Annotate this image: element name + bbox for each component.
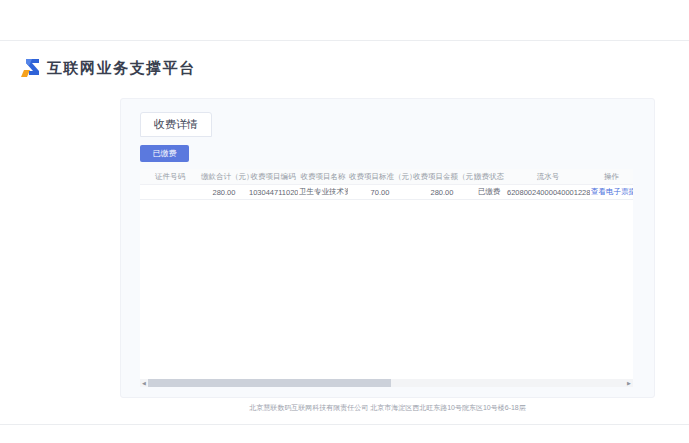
cell-cert-number xyxy=(140,185,200,200)
fee-table: 证件号码 缴款合计（元） 收费项目编码 收费项目名称 收费项目标准（元） 收费项… xyxy=(140,169,633,381)
scroll-right-arrow-icon[interactable]: ▶ xyxy=(625,379,633,387)
view-e-receipt-link[interactable]: 查看电子票据 xyxy=(591,187,633,196)
table-header-row: 证件号码 缴款合计（元） 收费项目编码 收费项目名称 收费项目标准（元） 收费项… xyxy=(140,169,633,185)
col-header-operation: 操作 xyxy=(590,169,633,185)
platform-logo-icon xyxy=(20,58,40,78)
horizontal-scrollbar[interactable]: ◀ ▶ xyxy=(140,379,633,387)
cell-fee-item-name: 卫生专业技术资... xyxy=(298,185,348,200)
cell-fee-item-code: 1030447110201 xyxy=(248,185,298,200)
tab-fee-details[interactable]: 收费详情 xyxy=(140,112,212,137)
cell-payment-status: 已缴费 xyxy=(472,185,506,200)
scroll-left-arrow-icon[interactable]: ◀ xyxy=(140,379,148,387)
col-header-fee-item-standard: 收费项目标准（元） xyxy=(348,169,412,185)
col-header-fee-item-amount: 收费项目金额（元） xyxy=(412,169,472,185)
top-divider xyxy=(0,40,689,41)
brand-bar: 互联网业务支撑平台 xyxy=(20,56,196,80)
bottom-divider xyxy=(0,424,689,425)
col-header-cert-number: 证件号码 xyxy=(140,169,200,185)
table-row: 280.00 1030447110201 卫生专业技术资... 70.00 28… xyxy=(140,185,633,200)
footer-company-address: 北京慧联数码互联网科技有限责任公司 北京市海淀区西北旺东路10号院东区10号楼6… xyxy=(120,403,655,413)
tab-fee-details-label: 收费详情 xyxy=(154,117,198,132)
cell-fee-item-amount: 280.00 xyxy=(412,185,472,200)
col-header-payment-total: 缴款合计（元） xyxy=(200,169,248,185)
scrollbar-thumb[interactable] xyxy=(148,379,391,387)
fee-detail-card: 收费详情 已缴费 证件号码 缴款合计（元） 收费项目编码 收费项目名称 收费项目… xyxy=(120,98,655,398)
col-header-fee-item-code: 收费项目编码 xyxy=(248,169,298,185)
platform-title: 互联网业务支撑平台 xyxy=(47,59,196,78)
cell-fee-item-standard: 70.00 xyxy=(348,185,412,200)
col-header-serial-number: 流水号 xyxy=(506,169,590,185)
cell-operation: 查看电子票据 xyxy=(590,185,633,200)
col-header-fee-item-name: 收费项目名称 xyxy=(298,169,348,185)
col-header-payment-status: 缴费状态 xyxy=(472,169,506,185)
paid-filter-button[interactable]: 已缴费 xyxy=(140,145,189,162)
cell-serial-number: 62080024000040001228 xyxy=(506,185,590,200)
cell-payment-total: 280.00 xyxy=(200,185,248,200)
